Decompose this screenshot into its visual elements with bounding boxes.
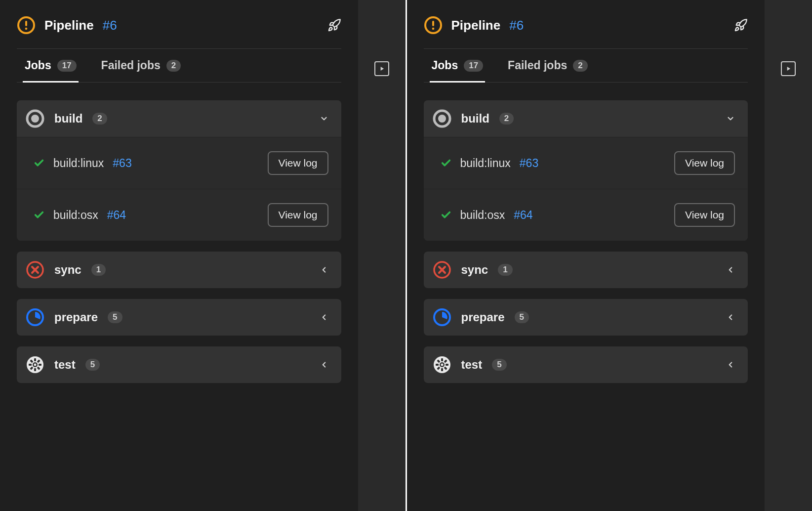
svg-rect-29 bbox=[441, 368, 443, 371]
stage-prepare-header[interactable]: prepare 5 bbox=[17, 299, 341, 336]
pipeline-header: Pipeline #6 bbox=[424, 12, 748, 48]
tab-failed-jobs[interactable]: Failed jobs 2 bbox=[101, 59, 181, 82]
svg-rect-28 bbox=[441, 358, 443, 361]
stage-prepare-count: 5 bbox=[108, 311, 122, 323]
stage-build-name: build bbox=[461, 112, 489, 126]
main-area: Pipeline #6 Jobs 17 Failed jobs 2 bbox=[0, 0, 406, 511]
pipeline-header: Pipeline #6 bbox=[17, 12, 341, 48]
gear-icon bbox=[433, 355, 451, 374]
stage-prepare-header[interactable]: prepare 5 bbox=[424, 299, 748, 336]
stages-list: build 2 build:linux #63 bbox=[424, 100, 748, 383]
success-icon bbox=[34, 158, 44, 169]
job-build-linux[interactable]: build:linux #63 View log bbox=[17, 137, 341, 189]
failed-icon bbox=[433, 260, 451, 279]
svg-rect-31 bbox=[446, 364, 448, 366]
stage-sync-header[interactable]: sync 1 bbox=[17, 252, 341, 288]
stage-test-count: 5 bbox=[492, 359, 506, 371]
stage-prepare-name: prepare bbox=[461, 310, 505, 324]
stage-test-name: test bbox=[461, 358, 483, 372]
tab-failed-label: Failed jobs bbox=[508, 59, 567, 72]
svg-rect-30 bbox=[436, 364, 439, 366]
job-name: build:linux bbox=[460, 157, 511, 170]
view-log-button[interactable]: View log bbox=[268, 151, 328, 175]
job-name: build:linux bbox=[53, 157, 104, 170]
stage-sync-header[interactable]: sync 1 bbox=[424, 252, 748, 288]
svg-point-36 bbox=[441, 364, 443, 366]
main-area: Pipeline #6 Jobs 17 Failed jobs 2 bbox=[407, 0, 812, 511]
pipeline-id[interactable]: #6 bbox=[509, 18, 524, 33]
stage-prepare-count: 5 bbox=[515, 311, 529, 323]
waiting-icon bbox=[433, 109, 451, 128]
svg-rect-12 bbox=[39, 364, 41, 366]
warning-icon bbox=[17, 16, 36, 35]
expand-panel-button[interactable] bbox=[374, 61, 389, 76]
tab-failed-label: Failed jobs bbox=[101, 59, 161, 72]
svg-rect-9 bbox=[34, 358, 36, 361]
chevron-left-icon bbox=[320, 313, 328, 322]
tab-jobs-count: 17 bbox=[57, 60, 77, 72]
stage-test-header[interactable]: test 5 bbox=[17, 346, 341, 383]
success-icon bbox=[441, 158, 451, 169]
job-name: build:osx bbox=[53, 209, 98, 222]
svg-rect-20 bbox=[432, 21, 434, 26]
chevron-down-icon bbox=[726, 114, 735, 123]
stage-build-header[interactable]: build 2 bbox=[424, 100, 748, 137]
stage-prepare-name: prepare bbox=[54, 310, 98, 324]
pipeline-title: Pipeline bbox=[44, 18, 94, 33]
chevron-left-icon bbox=[726, 265, 735, 274]
svg-rect-10 bbox=[34, 368, 36, 371]
stage-sync-name: sync bbox=[54, 263, 81, 277]
stage-prepare: prepare 5 bbox=[424, 299, 748, 336]
tab-jobs[interactable]: Jobs 17 bbox=[432, 59, 484, 82]
stage-sync: sync 1 bbox=[424, 252, 748, 288]
job-build-linux[interactable]: build:linux #63 View log bbox=[424, 137, 748, 189]
tab-jobs-label: Jobs bbox=[25, 59, 51, 72]
warning-icon bbox=[424, 16, 443, 35]
rocket-icon[interactable] bbox=[327, 18, 341, 32]
stage-build-count: 2 bbox=[499, 113, 514, 125]
rocket-icon[interactable] bbox=[734, 18, 748, 32]
job-id[interactable]: #63 bbox=[113, 157, 131, 170]
running-icon bbox=[26, 308, 44, 327]
stage-build-header[interactable]: build 2 bbox=[17, 100, 341, 137]
chevron-down-icon bbox=[320, 114, 328, 123]
view-log-button[interactable]: View log bbox=[674, 203, 735, 227]
pipeline-title: Pipeline bbox=[451, 18, 501, 33]
svg-point-17 bbox=[34, 364, 37, 366]
tab-failed-jobs[interactable]: Failed jobs 2 bbox=[508, 59, 588, 82]
job-build-osx[interactable]: build:osx #64 View log bbox=[424, 189, 748, 241]
chevron-left-icon bbox=[726, 313, 735, 322]
svg-point-23 bbox=[438, 115, 446, 123]
stage-test-name: test bbox=[54, 358, 76, 372]
job-id[interactable]: #64 bbox=[514, 209, 532, 222]
stage-test-header[interactable]: test 5 bbox=[424, 346, 748, 383]
pipeline-id[interactable]: #6 bbox=[103, 18, 117, 33]
tabs: Jobs 17 Failed jobs 2 bbox=[424, 49, 748, 83]
view-log-button[interactable]: View log bbox=[674, 151, 735, 175]
tab-jobs-count: 17 bbox=[464, 60, 483, 72]
svg-rect-1 bbox=[25, 21, 27, 26]
running-icon bbox=[433, 308, 451, 327]
svg-rect-11 bbox=[29, 364, 32, 366]
expand-panel-button[interactable] bbox=[781, 61, 796, 76]
waiting-icon bbox=[26, 109, 44, 128]
job-id[interactable]: #64 bbox=[107, 209, 126, 222]
gear-icon bbox=[26, 355, 44, 374]
stages-list: build 2 build:linux #63 bbox=[17, 100, 341, 383]
svg-point-21 bbox=[432, 28, 434, 30]
tab-jobs[interactable]: Jobs 17 bbox=[25, 59, 77, 82]
stage-build-jobs: build:linux #63 View log build:osx #64 V… bbox=[17, 137, 341, 241]
success-icon bbox=[441, 210, 451, 220]
job-id[interactable]: #63 bbox=[520, 157, 538, 170]
right-gutter bbox=[358, 0, 406, 511]
job-build-osx[interactable]: build:osx #64 View log bbox=[17, 189, 341, 241]
stage-sync: sync 1 bbox=[17, 252, 341, 288]
svg-marker-18 bbox=[380, 67, 383, 71]
tab-failed-count: 2 bbox=[166, 60, 181, 72]
view-log-button[interactable]: View log bbox=[268, 203, 328, 227]
stage-build-name: build bbox=[54, 112, 82, 126]
chevron-left-icon bbox=[320, 265, 328, 274]
right-gutter bbox=[765, 0, 812, 511]
svg-point-2 bbox=[25, 28, 28, 30]
failed-icon bbox=[26, 260, 44, 279]
